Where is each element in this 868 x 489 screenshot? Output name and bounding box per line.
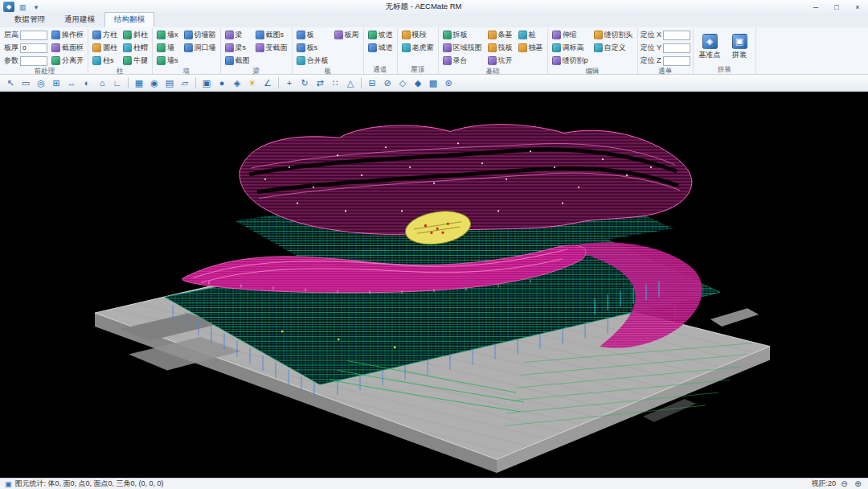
- field-input-定位 X[interactable]: [663, 31, 690, 40]
- zoom-out-button[interactable]: ⊖: [839, 479, 850, 489]
- ribbon-button-柱s[interactable]: 柱s: [91, 55, 119, 67]
- field-input-定位 Z[interactable]: [663, 56, 690, 66]
- 拆板-icon: [443, 31, 452, 39]
- ribbon-button-缝切割头[interactable]: 缝切割头: [592, 29, 635, 41]
- app-window: ◆▥▾ 无标题 - AECMate RM ─ □ × 数据管理通用建模结构翻模 …: [0, 0, 868, 489]
- field-input-层高[interactable]: [20, 31, 47, 40]
- tab-结构翻模[interactable]: 结构翻模: [104, 12, 154, 27]
- ribbon-button-分离开[interactable]: 分离开: [50, 55, 85, 67]
- ribbon-button-label: 独基: [529, 43, 543, 53]
- qat-dropdown-icon[interactable]: ▾: [31, 2, 42, 12]
- ucs-icon[interactable]: ∟: [110, 76, 125, 90]
- app-logo-icon[interactable]: ◆: [3, 2, 14, 12]
- ribbon-button-label: 切墙豁: [194, 30, 216, 40]
- snap-icon[interactable]: △: [343, 76, 358, 90]
- ribbon-button-操作框[interactable]: 操作框: [50, 29, 85, 41]
- ribbon-button-切墙豁[interactable]: 切墙豁: [182, 29, 218, 41]
- 方柱-icon: [92, 31, 101, 39]
- ribbon-button-墙s[interactable]: 墙s: [155, 55, 180, 67]
- globe-icon[interactable]: ◉: [147, 76, 162, 90]
- minimize-button[interactable]: ─: [805, 1, 826, 14]
- field-input-定位 Y[interactable]: [663, 43, 690, 53]
- ribbon-button-坡道[interactable]: 坡道: [366, 29, 395, 41]
- sphere-icon[interactable]: ●: [215, 76, 229, 90]
- ribbon-button-自定义[interactable]: 自定义: [592, 42, 635, 54]
- ribbon-button-坑开[interactable]: 坑开: [486, 55, 514, 67]
- ribbon-button-缝切割p[interactable]: 缝切割p: [551, 55, 590, 67]
- viewport-canvas[interactable]: [0, 92, 868, 478]
- ribbon-button-斜柱[interactable]: 斜柱: [121, 29, 149, 41]
- ribbon-button-板[interactable]: 板: [295, 29, 330, 41]
- home-view-icon[interactable]: ⌂: [95, 76, 109, 90]
- 缝切割p-icon: [552, 56, 561, 65]
- zoom-window-icon[interactable]: ◎: [34, 76, 48, 90]
- ribbon-button-合并板[interactable]: 合并板: [295, 55, 330, 67]
- render-icon[interactable]: ▩: [426, 76, 440, 90]
- ribbon-button-梁[interactable]: 梁: [223, 29, 252, 41]
- field-input-板厚[interactable]: [20, 43, 47, 53]
- ribbon-button-伸缩[interactable]: 伸缩: [551, 29, 590, 41]
- maximize-button[interactable]: □: [826, 1, 847, 14]
- grid-icon[interactable]: ▦: [132, 76, 146, 90]
- ribbon-button-桩[interactable]: 桩: [517, 29, 545, 41]
- ribbon-button-梁s[interactable]: 梁s: [223, 42, 252, 54]
- ribbon-button-牛腿[interactable]: 牛腿: [121, 55, 149, 67]
- array-icon[interactable]: ∷: [328, 76, 342, 90]
- ribbon-button-老虎窗[interactable]: 老虎窗: [400, 42, 436, 54]
- ribbon-button-洞口墙[interactable]: 洞口墙: [182, 42, 218, 54]
- ribbon-button-墙x[interactable]: 墙x: [155, 29, 180, 41]
- field-input-参数[interactable]: [20, 56, 47, 66]
- ribbon-button-板周[interactable]: 板周: [333, 29, 361, 41]
- ribbon-button-柱帽[interactable]: 柱帽: [121, 42, 149, 54]
- shaded-icon[interactable]: ◆: [411, 76, 425, 90]
- tab-通用建模[interactable]: 通用建模: [55, 12, 104, 27]
- ribbon-button-录台[interactable]: 录台: [441, 55, 484, 67]
- 操作框-icon: [51, 31, 60, 39]
- ribbon-button-截图s[interactable]: 截图s: [254, 29, 289, 41]
- ribbon-button-label: 圆柱: [103, 43, 117, 53]
- zoom-extents-icon[interactable]: ⊞: [49, 76, 63, 90]
- rotate-icon[interactable]: ↻: [297, 76, 312, 90]
- wireframe-icon[interactable]: ◇: [395, 76, 410, 90]
- layers-icon[interactable]: ▤: [162, 76, 177, 90]
- ribbon-button-墙[interactable]: 墙: [155, 42, 180, 54]
- ribbon-button-筏板[interactable]: 筏板: [486, 42, 514, 54]
- section-icon[interactable]: ⊟: [365, 76, 379, 90]
- hide-icon[interactable]: ⊘: [380, 76, 395, 90]
- cube-icon[interactable]: ▣: [199, 76, 214, 90]
- move-icon[interactable]: +: [282, 76, 297, 90]
- ribbon-button-方柱[interactable]: 方柱: [91, 29, 119, 41]
- ribbon-big-button-拼装[interactable]: ▣拼装: [726, 29, 753, 65]
- 基准点-icon: ◈: [702, 34, 718, 49]
- save-icon[interactable]: ▥: [17, 2, 28, 12]
- settings-icon[interactable]: ⊛: [441, 76, 456, 90]
- camera-icon[interactable]: ◈: [230, 76, 244, 90]
- ribbon-button-截图[interactable]: 截图: [223, 55, 252, 67]
- ribbon-button-调标高[interactable]: 调标高: [551, 42, 590, 54]
- ribbon-big-button-基准点[interactable]: ◈基准点: [696, 29, 723, 65]
- select-arrow-icon[interactable]: ↖: [3, 76, 18, 90]
- zoom-in-button[interactable]: ⊕: [853, 479, 863, 489]
- ribbon-button-拆板[interactable]: 拆板: [441, 29, 484, 41]
- ribbon-button-变截面[interactable]: 变截面: [254, 42, 289, 54]
- tab-数据管理[interactable]: 数据管理: [5, 12, 55, 27]
- 自定义-icon: [594, 43, 603, 52]
- ribbon-button-模段[interactable]: 模段: [400, 29, 436, 41]
- ribbon-button-独基[interactable]: 独基: [517, 42, 545, 54]
- ribbon-button-区域筏图[interactable]: 区域筏图: [441, 42, 484, 54]
- ribbon-button-条基[interactable]: 条基: [486, 29, 514, 41]
- box-select-icon[interactable]: ▭: [18, 76, 33, 90]
- ribbon-button-截面框[interactable]: 截面框: [50, 42, 85, 54]
- ribbon-button-圆柱[interactable]: 圆柱: [91, 42, 119, 54]
- mirror-icon[interactable]: ⇄: [313, 76, 327, 90]
- close-button[interactable]: ×: [847, 1, 868, 14]
- folder-icon[interactable]: ▱: [178, 76, 192, 90]
- measure-icon[interactable]: ∠: [260, 76, 275, 90]
- orbit-icon[interactable]: ◐: [80, 76, 94, 90]
- 桩-icon: [518, 31, 527, 39]
- pan-icon[interactable]: ↔: [64, 76, 79, 90]
- light-icon[interactable]: ☀: [245, 76, 260, 90]
- ribbon-tabs: 数据管理通用建模结构翻模: [0, 14, 868, 27]
- ribbon-button-板s[interactable]: 板s: [295, 42, 330, 54]
- ribbon-button-城道[interactable]: 城道: [366, 42, 395, 54]
